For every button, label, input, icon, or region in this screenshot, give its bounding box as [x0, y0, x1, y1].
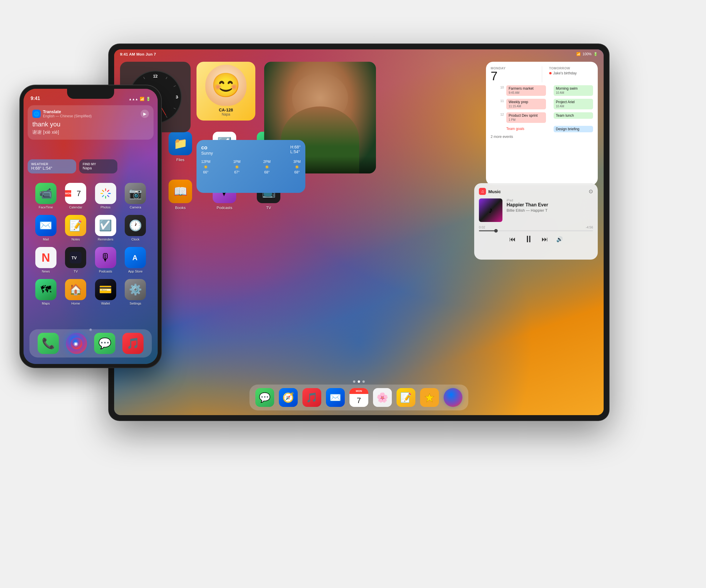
weather-condition: Sunny — [201, 151, 213, 156]
page-dot-3[interactable] — [362, 380, 365, 383]
maps-label2: Maps — [42, 302, 50, 305]
ipad-widget-calendar[interactable]: MONDAY 7 TOMORROW Jake's birthday — [486, 62, 598, 185]
home-label: Home — [72, 302, 80, 305]
ipad-status-right: 📶 100% 🔋 — [576, 52, 598, 56]
books-label: Books — [175, 206, 186, 210]
photos-label: Photos — [101, 206, 111, 209]
ipad-app-files[interactable]: 📁 Files — [167, 132, 194, 162]
cal-today-num: 7 — [491, 70, 535, 82]
weather-hour-1: 1PM ☀️ 67° — [233, 160, 241, 174]
iphone-weather-widget[interactable]: Weather H:68° L:54° — [28, 159, 76, 173]
appletv-icon: TV — [65, 247, 86, 268]
iphone-findmy-widget[interactable]: Find My Napa — [79, 159, 117, 173]
cal-events: 10 Farmers market9:45 AM Morning swim10 … — [491, 85, 593, 132]
airplay-icon[interactable]: ⊙ — [589, 188, 593, 195]
music-volume-icon[interactable]: 🔊 — [556, 236, 563, 243]
cal-event-2: 11 Weekly prep11:15 AM Project Ariel10 A… — [491, 99, 593, 110]
ipad-wifi-icon: 📶 — [576, 52, 581, 56]
iphone-dock: 📞 ◉ 💬 🎵 — [30, 329, 152, 358]
dock-shortcuts[interactable] — [420, 388, 439, 407]
music-rewind-button[interactable]: ⏮ — [509, 236, 516, 243]
dock-mail[interactable]: ✉️ — [326, 388, 345, 407]
iphone-app-clock[interactable]: 🕐 Clock — [122, 215, 149, 241]
weather-high: H:68° — [290, 144, 301, 149]
dock-notes[interactable]: 📝 — [397, 388, 416, 407]
dock-safari[interactable]: 🧭 — [279, 388, 298, 407]
scene: 9:41 AM Mon Jun 7 📶 100% 🔋 — [0, 0, 706, 588]
tv-label2: TV — [74, 269, 78, 273]
iphone-app-mail[interactable]: ✉️ Mail — [32, 215, 60, 241]
music-artist: Billie Eilish — Happier T — [507, 208, 593, 213]
music-forward-button[interactable]: ⏭ — [542, 236, 548, 243]
ipad-widget-memoji[interactable]: 😊 CA-128 Napa — [196, 62, 256, 121]
dock-photos[interactable]: 🌸 — [373, 388, 392, 407]
music-scrubber[interactable] — [494, 229, 498, 233]
iphone-app-reminders[interactable]: ☑️ Reminders — [92, 215, 119, 241]
music-album-art: ♪ — [479, 199, 502, 222]
iphone-app-maps[interactable]: 🗺 Maps — [32, 279, 60, 305]
music-current-time: 0:02 — [479, 225, 485, 229]
ipad-widget-music[interactable]: ♫ Music ⊙ ♪ iPad Happier Than Ever Billi… — [474, 183, 598, 260]
iphone-app-appstore[interactable]: A App Store — [122, 247, 149, 273]
reminders-label2: Reminders — [97, 238, 113, 241]
iphone-app-home[interactable]: 🏠 Home — [63, 279, 89, 305]
dock-siri[interactable] — [444, 388, 463, 407]
iphone-findmy-label: Find My — [83, 162, 114, 166]
iphone-app-notes[interactable]: 📝 Notes — [63, 215, 89, 241]
ipad-app-books[interactable]: 📖 Books — [167, 180, 194, 210]
dock-music-iphone[interactable]: 🎵 — [122, 333, 144, 354]
music-title: Music — [488, 189, 501, 194]
iphone-app-camera[interactable]: 📷 Camera — [122, 183, 149, 209]
mail-label: Mail — [43, 238, 49, 241]
translate-header: 🌐 Translate English — Chinese (Simplifie… — [32, 110, 149, 118]
iphone-app-calendar[interactable]: MON 7 Calendar — [63, 183, 89, 209]
dock-siri-iphone[interactable]: ◉ — [66, 333, 87, 354]
weather-hour-0: 12PM ☀️ 66° — [201, 160, 210, 174]
svg-marker-0 — [425, 393, 434, 402]
cal-tomorrow-label: TOMORROW — [549, 67, 593, 70]
translate-to: Chinese (Simplified) — [60, 114, 91, 118]
weather-low: L:54° — [290, 149, 301, 154]
dock-messages-iphone[interactable]: 💬 — [94, 333, 115, 354]
calendar-icon: MON 7 — [65, 183, 86, 204]
iphone-screen: 9:41 ▲▲▲ 📶 🔋 🌐 Translate English — — [24, 89, 158, 364]
iphone-app-photos[interactable]: Photos — [92, 183, 119, 209]
mail-icon: ✉️ — [35, 215, 56, 236]
iphone-app-wallet[interactable]: 💳 Wallet — [92, 279, 119, 305]
maps-icon2: 🗺 — [35, 279, 56, 300]
music-info: iPad Happier Than Ever Billie Eilish — H… — [507, 199, 593, 222]
weather-hour-time-3: 3PM — [293, 160, 301, 164]
iphone-app-news[interactable]: N News — [32, 247, 60, 273]
iphone-app-tv[interactable]: TV TV — [63, 247, 89, 273]
iphone-device: 9:41 ▲▲▲ 📶 🔋 🌐 Translate English — — [20, 85, 161, 368]
translate-play-button[interactable]: ▶ — [141, 110, 149, 118]
iphone-app-facetime[interactable]: 📹 FaceTime — [32, 183, 60, 209]
iphone-weather-label: Weather — [31, 162, 73, 166]
music-pause-button[interactable]: ⏸ — [524, 234, 533, 245]
iphone-app-podcasts[interactable]: 🎙 Podcasts — [92, 247, 119, 273]
page-dot-1[interactable] — [353, 380, 355, 383]
facetime-label: FaceTime — [39, 206, 53, 209]
music-progress-bar[interactable] — [479, 230, 593, 232]
ipad-widget-weather[interactable]: co Sunny H:68° L:54° 12PM ☀️ 66° — [196, 140, 305, 193]
dock-phone[interactable]: 📞 — [38, 333, 59, 354]
photos-icon — [95, 183, 116, 204]
dock-music[interactable]: 🎵 — [303, 388, 321, 407]
weather-hour-time-1: 1PM — [233, 160, 241, 164]
dock-calendar[interactable]: MON 7 — [350, 388, 368, 407]
wallet-icon: 💳 — [95, 279, 116, 300]
ipad-battery-label: 100% — [582, 52, 592, 56]
iphone-translate-widget[interactable]: 🌐 Translate English — Chinese (Simplifie… — [28, 105, 154, 140]
weather-hour-time-0: 12PM — [201, 160, 210, 164]
dock-messages[interactable]: 💬 — [256, 388, 274, 407]
weather-hourly: 12PM ☀️ 66° 1PM ☀️ 67° 2PM ☀️ 68° — [201, 160, 301, 174]
music-header: ♫ Music ⊙ — [479, 188, 593, 195]
iphone-app-settings[interactable]: ⚙️ Settings — [122, 279, 149, 305]
page-dot-2[interactable] — [358, 380, 360, 383]
svg-text:A: A — [132, 254, 138, 262]
translate-source-text: thank you — [32, 121, 149, 128]
iphone-app-grid: 📹 FaceTime MON 7 Calendar — [32, 183, 149, 305]
cal-event-4: Team goals Design briefing — [491, 126, 593, 132]
music-progress-fill — [479, 230, 496, 232]
cal-header: MONDAY 7 TOMORROW Jake's birthday — [491, 67, 593, 82]
